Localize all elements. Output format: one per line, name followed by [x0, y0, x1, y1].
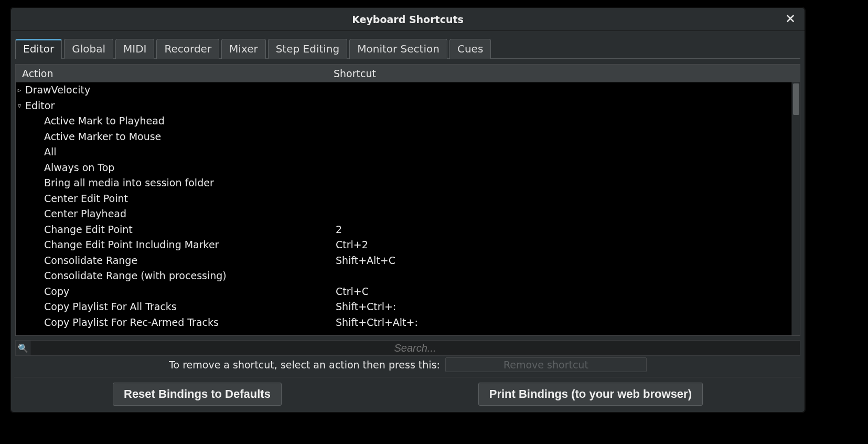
tree-row[interactable]: Bring all media into session folder	[16, 175, 800, 191]
tab-global[interactable]: Global	[64, 39, 113, 59]
tree-row[interactable]: Active Marker to Mouse	[16, 129, 800, 145]
chevron-right-icon[interactable]: ▹	[16, 82, 23, 98]
action-label: Copy Playlist For Rec-Armed Tracks	[16, 315, 336, 331]
scrollbar-vertical[interactable]	[791, 82, 800, 335]
scrollbar-thumb[interactable]	[793, 83, 799, 115]
print-bindings-button[interactable]: Print Bindings (to your web browser)	[478, 383, 703, 406]
tabbar: Editor Global MIDI Recorder Mixer Step E…	[15, 38, 800, 59]
shortcut-label: 2	[336, 222, 800, 238]
tree-body: ▹ DrawVelocity ▿ Editor Active Mark to P…	[16, 82, 800, 335]
tab-cues[interactable]: Cues	[449, 39, 491, 59]
reset-bindings-button[interactable]: Reset Bindings to Defaults	[113, 383, 282, 406]
tree-row[interactable]: All	[16, 144, 800, 160]
keyboard-shortcuts-dialog: Keyboard Shortcuts ✕ Editor Global MIDI …	[10, 7, 805, 413]
spacer	[288, 383, 472, 406]
action-label: Center Edit Point	[16, 191, 336, 207]
shortcut-label	[336, 206, 800, 222]
remove-shortcut-row: To remove a shortcut, select an action t…	[15, 357, 800, 373]
content: Editor Global MIDI Recorder Mixer Step E…	[11, 31, 805, 412]
tree-group-drawvelocity[interactable]: ▹ DrawVelocity	[16, 82, 800, 98]
shortcut-label	[336, 144, 800, 160]
shortcut-label: Shift+Ctrl+:	[336, 299, 800, 315]
tab-recorder[interactable]: Recorder	[156, 39, 219, 59]
shortcut-label: Ctrl+C	[336, 284, 800, 300]
action-label: Consolidate Range (with processing)	[16, 268, 336, 284]
tree-row[interactable]: Active Mark to Playhead	[16, 113, 800, 129]
tree-row[interactable]: Copy Playlist For All Tracks Shift+Ctrl+…	[16, 299, 800, 315]
footer: Reset Bindings to Defaults Print Binding…	[14, 377, 801, 409]
column-header-action[interactable]: Action	[16, 68, 330, 79]
action-label: All	[16, 144, 336, 160]
tree-row[interactable]: Consolidate Range (with processing)	[16, 268, 800, 284]
action-label: Change Edit Point Including Marker	[16, 237, 336, 253]
tab-mixer[interactable]: Mixer	[221, 39, 266, 59]
shortcut-label	[336, 268, 800, 284]
group-label: DrawVelocity	[23, 82, 90, 98]
tree-row[interactable]: Change Edit Point Including Marker Ctrl+…	[16, 237, 800, 253]
search-input[interactable]	[30, 342, 800, 354]
spacer	[17, 383, 106, 406]
shortcut-label	[336, 175, 800, 191]
search-icon: 🔍	[16, 341, 30, 355]
remove-shortcut-button[interactable]: Remove shortcut	[445, 357, 647, 372]
tree-header: Action Shortcut	[16, 65, 800, 82]
shortcut-label: Shift+Alt+C	[336, 253, 800, 269]
remove-hint-label: To remove a shortcut, select an action t…	[169, 359, 440, 371]
shortcut-label	[336, 160, 800, 176]
tree-row[interactable]: Copy Ctrl+C	[16, 284, 800, 300]
tree-row[interactable]: Change Edit Point 2	[16, 222, 800, 238]
shortcut-label	[336, 113, 800, 129]
tree-row[interactable]: Copy Playlist For Rec-Armed Tracks Shift…	[16, 315, 800, 331]
action-label: Active Mark to Playhead	[16, 113, 336, 129]
column-header-shortcut[interactable]: Shortcut	[330, 68, 800, 79]
chevron-down-icon[interactable]: ▿	[16, 98, 23, 114]
tab-editor[interactable]: Editor	[15, 39, 62, 59]
action-label: Copy	[16, 284, 336, 300]
spacer	[709, 383, 798, 406]
close-icon[interactable]: ✕	[784, 12, 797, 26]
action-label: Center Playhead	[16, 206, 336, 222]
action-label: Active Marker to Mouse	[16, 129, 336, 145]
titlebar: Keyboard Shortcuts ✕	[11, 8, 805, 31]
shortcut-label	[336, 129, 800, 145]
tree-row[interactable]: Center Edit Point	[16, 191, 800, 207]
tab-step-editing[interactable]: Step Editing	[268, 39, 348, 59]
shortcut-label: Shift+Ctrl+Alt+:	[336, 315, 800, 331]
shortcut-label: Ctrl+2	[336, 237, 800, 253]
shortcut-tree: Action Shortcut ▹ DrawVelocity ▿ Editor …	[15, 64, 800, 336]
group-label: Editor	[23, 98, 55, 114]
action-label: Copy Playlist For All Tracks	[16, 299, 336, 315]
action-label: Consolidate Range	[16, 253, 336, 269]
shortcut-label	[336, 191, 800, 207]
tree-group-editor[interactable]: ▿ Editor	[16, 98, 800, 114]
tab-midi[interactable]: MIDI	[115, 39, 154, 59]
tree-row[interactable]: Consolidate Range Shift+Alt+C	[16, 253, 800, 269]
action-label: Bring all media into session folder	[16, 175, 336, 191]
tab-monitor-section[interactable]: Monitor Section	[349, 39, 447, 59]
tree-row[interactable]: Center Playhead	[16, 206, 800, 222]
search-bar: 🔍	[15, 340, 800, 356]
tree-row[interactable]: Always on Top	[16, 160, 800, 176]
action-label: Change Edit Point	[16, 222, 336, 238]
action-label: Always on Top	[16, 160, 336, 176]
dialog-title: Keyboard Shortcuts	[352, 14, 464, 25]
